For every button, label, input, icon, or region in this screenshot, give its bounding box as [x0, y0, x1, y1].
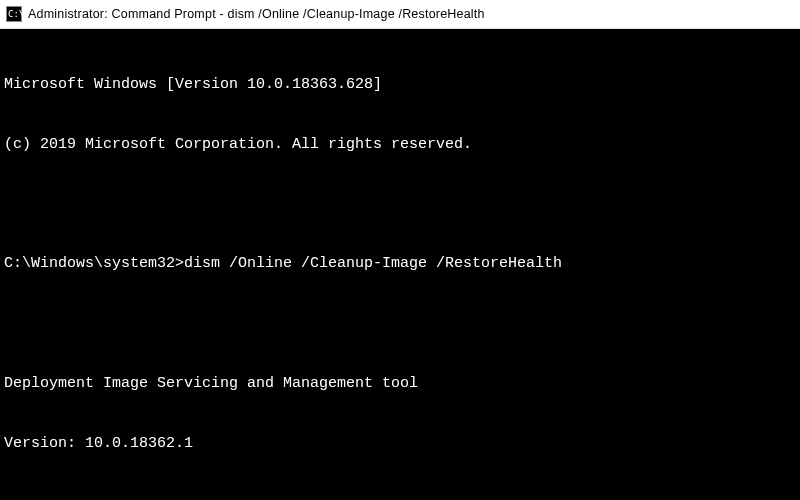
os-version-line: Microsoft Windows [Version 10.0.18363.62…	[4, 75, 796, 95]
titlebar[interactable]: C:\ Administrator: Command Prompt - dism…	[0, 0, 800, 29]
blank-line	[4, 195, 796, 215]
tool-version-line: Version: 10.0.18362.1	[4, 434, 796, 454]
entered-command: dism /Online /Cleanup-Image /RestoreHeal…	[184, 255, 562, 272]
window-title: Administrator: Command Prompt - dism /On…	[28, 7, 485, 21]
blank-line	[4, 494, 796, 500]
blank-line	[4, 314, 796, 334]
console-output[interactable]: Microsoft Windows [Version 10.0.18363.62…	[0, 29, 800, 500]
command-prompt-window: C:\ Administrator: Command Prompt - dism…	[0, 0, 800, 500]
prompt-line: C:\Windows\system32>dism /Online /Cleanu…	[4, 254, 796, 274]
prompt-path: C:\Windows\system32>	[4, 255, 184, 272]
copyright-line: (c) 2019 Microsoft Corporation. All righ…	[4, 135, 796, 155]
cmd-icon: C:\	[6, 6, 22, 22]
svg-text:C:\: C:\	[8, 9, 22, 19]
tool-name-line: Deployment Image Servicing and Managemen…	[4, 374, 796, 394]
